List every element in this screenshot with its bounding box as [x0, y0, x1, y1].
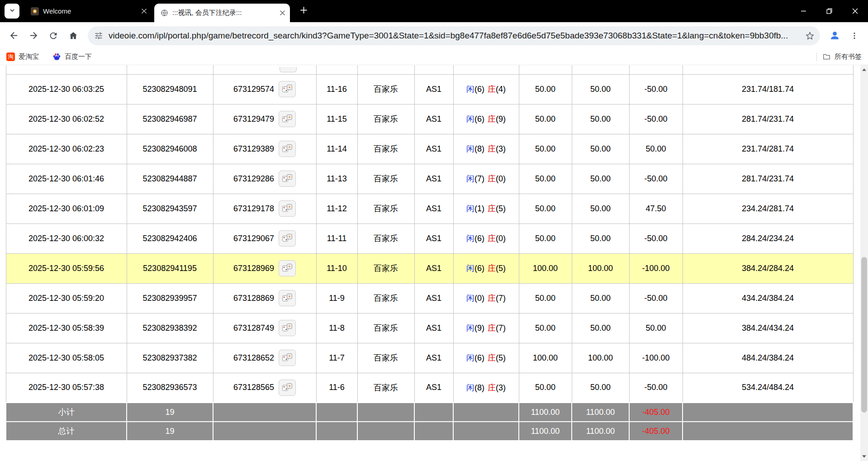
address-bar[interactable]: videoie.com/ipl/portal.php/game/betrecor… [88, 26, 820, 45]
banker-result: 庄 [488, 144, 496, 153]
cell-bet-amount: 50.00 [519, 104, 572, 134]
cell-win-loss: -50.00 [629, 223, 683, 253]
profile-button[interactable] [825, 26, 844, 45]
grand-total-bet-total: 1100.00 [519, 422, 572, 441]
cell-win-loss: -50.00 [629, 164, 683, 194]
all-bookmarks-button[interactable]: 所有书签 [816, 52, 862, 62]
player-points: (0) [474, 294, 484, 303]
tab-search-button[interactable] [5, 4, 19, 19]
cell-valid-amount: 50.00 [572, 104, 629, 134]
cell-bet-time: 2025-12-30 06:02:52 [6, 104, 127, 134]
bet-record-row: 2025-12-30 06:01:09523082943597673129178… [6, 194, 853, 223]
scrollbar-thumb[interactable] [861, 257, 867, 413]
game-id-text: 673128749 [233, 323, 274, 333]
banker-result: 庄 [488, 174, 496, 183]
cell-game-id: 673128749 [213, 313, 316, 343]
bookmark-star-icon[interactable] [802, 28, 817, 43]
cell-balance: 231.74/281.74 [683, 134, 853, 164]
new-tab-button[interactable] [294, 2, 313, 20]
bet-record-row: 2025-12-30 05:57:38523082936573673128565… [6, 373, 853, 403]
site-info-icon[interactable] [94, 31, 103, 40]
scroll-down-icon[interactable] [860, 453, 868, 460]
menu-kebab-button[interactable] [845, 26, 864, 45]
cell-table-name: AS1 [414, 223, 453, 253]
cell-result: 闲(8)庄(3) [453, 134, 519, 164]
dice-thumbnail-icon[interactable] [279, 260, 296, 276]
cell-result: 闲(0)庄(7) [453, 283, 519, 313]
banker-result: 庄 [488, 383, 496, 392]
tab-close-icon[interactable] [140, 7, 148, 15]
cell-table-name: AS1 [414, 74, 453, 104]
home-button[interactable] [64, 26, 83, 45]
forward-button[interactable] [24, 26, 43, 45]
cell-bet-id: 523082942406 [127, 223, 213, 253]
dice-thumbnail-icon[interactable] [279, 320, 296, 336]
restore-button[interactable] [816, 0, 842, 22]
cell-round: 11-14 [316, 134, 357, 164]
dice-thumbnail-icon[interactable] [279, 350, 296, 366]
cell-win-loss: -50.00 [629, 283, 683, 313]
cell-result: 闲(6)庄(0) [453, 223, 519, 253]
player-points: (6) [474, 264, 484, 273]
game-id-text: 673128565 [233, 383, 274, 392]
tab-close-icon[interactable] [278, 9, 286, 17]
bet-table-body: 2025-12-30 06:03:25523082948091673129574… [6, 65, 853, 441]
dice-thumbnail-icon[interactable] [279, 230, 296, 247]
dice-thumbnail-icon[interactable] [279, 380, 296, 396]
tab-betrecord[interactable]: :::视讯, 会员下注纪录::: [154, 4, 290, 22]
cell-balance: 281.74/231.74 [683, 164, 853, 194]
bookmark-taobao[interactable]: 淘 爱淘宝 [6, 52, 39, 61]
window-titlebar: Welcome :::视讯, 会员下注纪录::: [0, 0, 868, 22]
player-result: 闲 [466, 85, 474, 94]
cell-bet-amount: 50.00 [519, 134, 572, 164]
dice-thumbnail-icon[interactable] [279, 200, 296, 217]
minimize-button[interactable] [791, 0, 816, 22]
tab-welcome[interactable]: Welcome [25, 0, 152, 22]
player-result: 闲 [466, 353, 474, 362]
banker-points: (7) [496, 294, 506, 303]
banker-result: 庄 [488, 353, 496, 362]
banker-points: (9) [496, 114, 506, 124]
banker-points: (7) [496, 323, 506, 333]
cell-game-id: 673128969 [213, 253, 316, 283]
player-points: (6) [474, 114, 484, 124]
cell-valid-amount: 50.00 [572, 164, 629, 194]
cell-result: 闲(9)庄(7) [453, 313, 519, 343]
refresh-button[interactable] [44, 26, 63, 45]
cell-game-id: 673129067 [213, 223, 316, 253]
game-id-text: 673128869 [233, 294, 274, 303]
bookmark-label: 百度一下 [65, 52, 92, 61]
cell-round: 11-8 [316, 313, 357, 343]
cell-round: 11-7 [316, 343, 357, 373]
dice-thumbnail-icon[interactable] [279, 81, 296, 97]
cell-game-name: 百家乐 [357, 134, 414, 164]
dice-thumbnail-icon[interactable] [279, 290, 296, 306]
scroll-up-icon[interactable] [860, 66, 868, 73]
cell-balance: 434.24/384.24 [683, 283, 853, 313]
cell-bet-id: 523082944887 [127, 164, 213, 194]
cell-win-loss: 47.50 [629, 194, 683, 223]
subtotal-count: 19 [127, 403, 213, 422]
clipped-row [6, 65, 853, 74]
cell-round: 11-12 [316, 194, 357, 223]
cell-bet-id: 523082948091 [127, 74, 213, 104]
plus-icon [300, 7, 307, 15]
bookmark-baidu[interactable]: 百度一下 [52, 52, 92, 61]
banker-points: (3) [496, 383, 506, 392]
chevron-down-icon [9, 7, 16, 16]
dice-thumbnail-icon[interactable] [279, 111, 296, 127]
close-button[interactable] [842, 0, 868, 22]
subtotal-winloss-total: -405.00 [629, 403, 683, 422]
cell-bet-time: 2025-12-30 05:57:38 [6, 373, 127, 403]
cell-result: 闲(6)庄(4) [453, 74, 519, 104]
cell-valid-amount: 100.00 [572, 343, 629, 373]
dice-thumbnail-icon[interactable] [279, 171, 296, 187]
game-id-text: 673128652 [233, 353, 274, 363]
game-id-text: 673129389 [233, 144, 274, 154]
cell-result: 闲(8)庄(3) [453, 373, 519, 403]
player-points: (1) [474, 204, 484, 213]
player-points: (7) [474, 174, 484, 183]
dice-thumbnail-icon[interactable] [279, 141, 296, 157]
vertical-scrollbar[interactable] [860, 65, 868, 461]
back-button[interactable] [4, 26, 23, 45]
